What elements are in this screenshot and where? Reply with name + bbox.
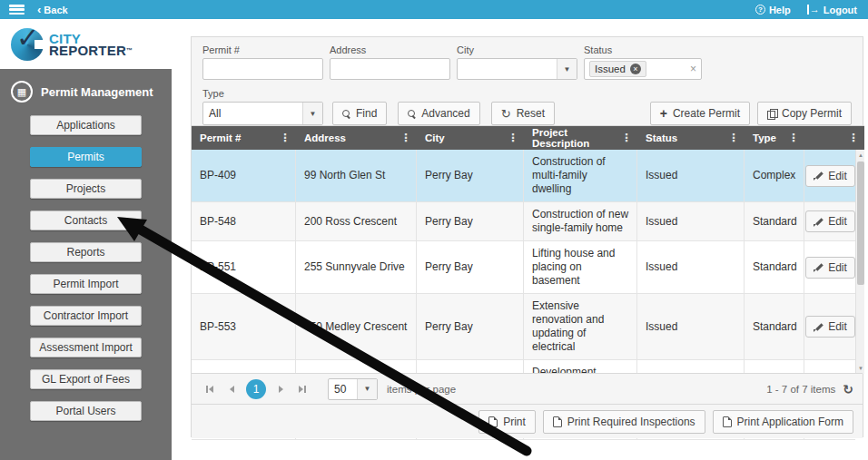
permit-number-input[interactable] (202, 58, 323, 80)
edit-button[interactable]: Edit (805, 210, 855, 232)
refresh-icon[interactable]: ↻ (843, 383, 853, 396)
print-application-form-button[interactable]: Print Application Form (713, 410, 853, 434)
cell-city: Perry Bay (417, 202, 524, 240)
status-multiselect[interactable]: Issued × × (584, 58, 702, 80)
app-window: ‹ Back ? Help → Logout ✓ CITY REPORTER™ … (0, 0, 868, 460)
create-permit-button[interactable]: + Create Permit (650, 102, 750, 125)
help-button[interactable]: ? Help (755, 5, 791, 15)
column-menu-icon[interactable]: ⋮ (508, 132, 518, 144)
page-size-dropdown[interactable]: 50 ▼ (328, 378, 378, 400)
main-content: Permit # Address City ▼ (172, 19, 868, 460)
column-header-type[interactable]: Type⋮ (745, 126, 804, 150)
cell-address: 450 Medley Crescent (296, 294, 417, 359)
chevron-down-icon[interactable]: ▼ (557, 59, 577, 79)
filter-bar: Permit # Address City ▼ (192, 37, 863, 125)
sidebar-item-portal-users[interactable]: Portal Users (30, 401, 142, 421)
edit-button[interactable]: Edit (805, 165, 855, 187)
vertical-scrollbar[interactable]: ▲ ▼ (855, 150, 864, 374)
search-icon (408, 110, 416, 118)
cell-description: Construction of multi-family dwelling (524, 150, 637, 201)
table-row[interactable]: BP-409 99 North Glen St Perry Bay Constr… (192, 150, 855, 202)
column-menu-icon[interactable]: ⋮ (400, 132, 411, 144)
cell-permit: BP-553 (192, 294, 296, 359)
type-value: All (203, 107, 302, 120)
cell-permit: BP-551 (192, 241, 296, 293)
copy-permit-button[interactable]: Copy Permit (757, 102, 852, 125)
column-header-city[interactable]: City⋮ (417, 126, 524, 150)
type-dropdown[interactable]: All ▼ (202, 102, 323, 125)
column-header-actions[interactable]: ⋮ (804, 126, 864, 150)
brand-tm: ™ (126, 47, 133, 54)
sidebar-item-permits[interactable]: Permits (30, 147, 142, 167)
type-label: Type (202, 88, 323, 99)
sidebar-item-projects[interactable]: Projects (30, 179, 142, 199)
sidebar-item-contacts[interactable]: Contacts (30, 210, 142, 230)
edit-label: Edit (828, 170, 847, 182)
column-header-permit[interactable]: Permit #⋮ (192, 126, 296, 150)
cell-type: Standard (745, 241, 804, 293)
cell-edit: Edit (804, 294, 855, 359)
scroll-up-icon[interactable]: ▲ (856, 150, 865, 161)
sidebar-item-reports[interactable]: Reports (30, 242, 142, 262)
next-page-button[interactable] (271, 380, 290, 398)
column-menu-icon[interactable]: ⋮ (728, 132, 739, 144)
pdf-document-icon (488, 416, 498, 427)
edit-label: Edit (828, 320, 847, 333)
copy-icon (767, 109, 776, 119)
chip-remove-icon[interactable]: × (630, 64, 641, 74)
table-row[interactable]: BP-548 200 Ross Crescent Perry Bay Const… (192, 202, 855, 241)
cell-type: Standard (745, 294, 804, 359)
cell-city: Perry Bay (417, 294, 524, 359)
chevron-down-icon[interactable]: ▼ (357, 379, 377, 399)
column-menu-icon[interactable]: ⋮ (280, 132, 291, 144)
column-menu-icon[interactable]: ⋮ (621, 132, 632, 144)
pagination-bar: 1 50 ▼ items per page 1 - 7 of 7 items ↻ (192, 373, 863, 404)
print-required-inspections-button[interactable]: Print Required Inspections (543, 410, 705, 434)
chevron-down-icon[interactable]: ▼ (302, 103, 322, 124)
logout-button[interactable]: → Logout (807, 5, 857, 15)
clear-icon[interactable]: × (690, 63, 696, 75)
current-page-button[interactable]: 1 (246, 379, 266, 399)
address-label: Address (330, 44, 450, 55)
cell-city: Perry Bay (417, 150, 524, 201)
plus-icon: + (660, 107, 667, 120)
sidebar-item-gl-export-of-fees[interactable]: GL Export of Fees (30, 369, 142, 389)
module-header: ▦ Permit Management (0, 69, 172, 115)
reset-button[interactable]: ↻ Reset (491, 102, 555, 125)
prev-page-button[interactable] (222, 380, 241, 398)
logout-label: Logout (824, 5, 857, 15)
column-menu-icon[interactable]: ⋮ (788, 132, 799, 144)
first-page-button[interactable] (201, 380, 219, 398)
cell-type: Complex (745, 150, 804, 201)
advanced-button[interactable]: Advanced (398, 102, 479, 125)
sidebar-item-assessment-import[interactable]: Assessment Import (30, 338, 142, 357)
status-chip-label: Issued (595, 64, 626, 74)
table-row[interactable]: BP-553 450 Medley Crescent Perry Bay Ext… (192, 294, 855, 360)
column-header-address[interactable]: Address⋮ (296, 126, 417, 150)
cell-address: 200 Ross Crescent (296, 202, 417, 240)
column-menu-icon[interactable]: ⋮ (848, 132, 859, 144)
cell-address: 99 North Glen St (296, 150, 417, 201)
scrollbar-thumb[interactable] (857, 161, 864, 285)
sidebar-item-applications[interactable]: Applications (30, 115, 142, 135)
pdf-document-icon (553, 416, 562, 427)
column-header-status[interactable]: Status⋮ (637, 126, 745, 150)
cell-description: Lifting house and placing on basement (524, 241, 637, 293)
table-row[interactable]: BP-551 255 Sunnyvale Drive Perry Bay Lif… (192, 241, 855, 294)
brand-line2: REPORTER (49, 43, 126, 58)
cell-edit: Edit (804, 202, 855, 240)
print-button[interactable]: Print (478, 410, 536, 434)
edit-button[interactable]: Edit (805, 257, 855, 279)
edit-button[interactable]: Edit (805, 316, 855, 338)
column-header-project-description[interactable]: Project Description⋮ (524, 126, 637, 150)
last-page-button[interactable] (293, 380, 311, 398)
city-dropdown[interactable]: ▼ (457, 58, 577, 80)
help-icon: ? (755, 5, 765, 15)
sidebar-item-contractor-import[interactable]: Contractor Import (30, 306, 142, 326)
find-button[interactable]: Find (332, 102, 387, 125)
back-button[interactable]: ‹ Back (37, 4, 68, 15)
sidebar-item-permit-import[interactable]: Permit Import (30, 274, 142, 294)
hamburger-menu-icon[interactable] (9, 5, 25, 15)
address-input[interactable] (330, 58, 450, 80)
building-icon: ▦ (11, 81, 33, 103)
